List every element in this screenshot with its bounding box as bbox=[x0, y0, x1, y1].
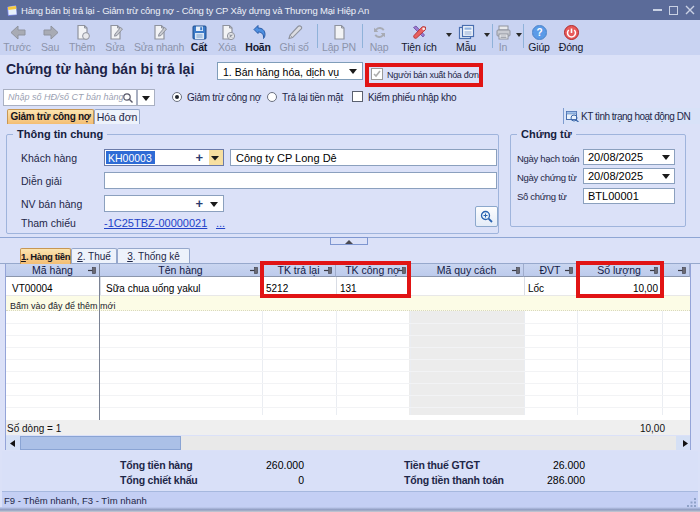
svg-text:?: ? bbox=[536, 27, 542, 38]
